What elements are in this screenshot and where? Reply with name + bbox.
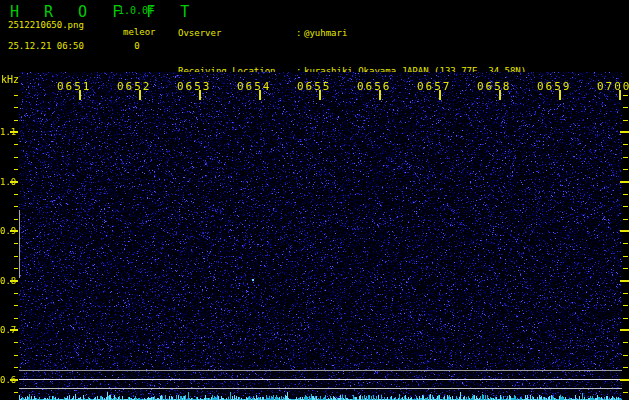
freq-tick-minor — [14, 95, 18, 96]
freq-tick-minor-right — [623, 392, 628, 393]
time-label: 0651 — [57, 80, 92, 93]
freq-tick-minor-right — [623, 268, 628, 269]
freq-tick-major-right — [620, 131, 629, 133]
info-row-observer: Ovserver:@yuhmari — [178, 27, 526, 40]
time-tick — [499, 90, 501, 100]
freq-tick-minor — [14, 367, 18, 368]
freq-tick-minor-right — [623, 107, 628, 108]
freq-tick-minor — [14, 342, 18, 343]
time-label: 0653 — [177, 80, 212, 93]
freq-tick-minor — [14, 305, 18, 306]
freq-tick-major — [10, 329, 18, 331]
carrier-line-600hz — [19, 379, 622, 380]
freq-tick-minor-right — [623, 367, 628, 368]
freq-tick-minor-right — [623, 256, 628, 257]
freq-tick-major-right — [620, 181, 629, 183]
freq-tick-major-right — [620, 329, 629, 331]
freq-tick-minor-right — [623, 342, 628, 343]
time-label: 0700 — [597, 80, 629, 93]
freq-tick-minor-right — [623, 157, 628, 158]
time-tick — [379, 90, 381, 100]
freq-tick-minor — [14, 355, 18, 356]
freq-tick-minor-right — [623, 194, 628, 195]
observation-datetime: 25.12.21 06:50 — [8, 41, 84, 51]
freq-tick-minor-right — [623, 206, 628, 207]
signal-level-meter — [19, 392, 622, 400]
spectrogram-noise-canvas — [19, 72, 622, 400]
freq-unit-label: kHz — [1, 74, 19, 85]
time-tick — [259, 90, 261, 100]
freq-tick-major — [10, 181, 18, 183]
info-label: Ovserver — [178, 27, 296, 40]
freq-tick-minor-right — [623, 169, 628, 170]
freq-tick-minor — [14, 157, 18, 158]
freq-tick-major — [10, 379, 18, 381]
time-label: 0659 — [537, 80, 572, 93]
time-tick — [619, 90, 621, 100]
freq-tick-minor — [14, 268, 18, 269]
carrier-line-lower — [19, 388, 622, 389]
app-version: 1.0.0f — [118, 5, 154, 16]
time-label: 0654 — [237, 80, 272, 93]
freq-tick-minor — [14, 392, 18, 393]
freq-tick-minor — [14, 219, 18, 220]
time-label: 0652 — [117, 80, 152, 93]
echo-count: 0 — [131, 41, 143, 51]
freq-tick-minor — [14, 256, 18, 257]
freq-tick-minor — [14, 194, 18, 195]
freq-tick-minor-right — [623, 293, 628, 294]
freq-tick-minor-right — [623, 355, 628, 356]
start-vertical-line — [19, 210, 20, 278]
freq-tick-major — [10, 131, 18, 133]
time-tick — [559, 90, 561, 100]
freq-tick-major-right — [620, 379, 629, 381]
carrier-line-upper — [19, 370, 622, 371]
app-title: H R O F F T — [10, 3, 197, 21]
spectrogram-plot — [19, 72, 622, 400]
freq-tick-minor-right — [623, 243, 628, 244]
freq-tick-minor-right — [623, 219, 628, 220]
time-label: 0657 — [417, 80, 452, 93]
freq-tick-minor-right — [623, 95, 628, 96]
freq-tick-minor — [14, 318, 18, 319]
time-tick — [199, 90, 201, 100]
freq-tick-major-right — [620, 280, 629, 282]
freq-tick-minor — [14, 120, 18, 121]
time-tick — [79, 90, 81, 100]
freq-tick-minor — [14, 144, 18, 145]
time-label: 0655 — [297, 80, 332, 93]
time-tick — [319, 90, 321, 100]
info-separator: : — [296, 27, 304, 40]
freq-tick-minor — [14, 169, 18, 170]
info-value: @yuhmari — [304, 28, 347, 38]
time-tick — [439, 90, 441, 100]
freq-tick-minor-right — [623, 305, 628, 306]
output-filename: 2512210650.png — [8, 20, 84, 30]
freq-tick-major-right — [620, 230, 629, 232]
bright-speck — [252, 279, 254, 281]
station-name: meleor — [123, 27, 156, 37]
time-label: 0658 — [477, 80, 512, 93]
freq-tick-minor-right — [623, 120, 628, 121]
freq-tick-minor-right — [623, 144, 628, 145]
time-label: 0656 — [357, 80, 392, 93]
freq-tick-minor — [14, 293, 18, 294]
time-tick — [139, 90, 141, 100]
freq-tick-minor — [14, 243, 18, 244]
freq-tick-minor — [14, 206, 18, 207]
freq-tick-minor-right — [623, 318, 628, 319]
freq-tick-major — [10, 230, 18, 232]
hrofft-window: H R O F F T 1.0.0f 2512210650.png meleor… — [0, 0, 629, 400]
freq-tick-minor — [14, 107, 18, 108]
freq-tick-major — [10, 280, 18, 282]
